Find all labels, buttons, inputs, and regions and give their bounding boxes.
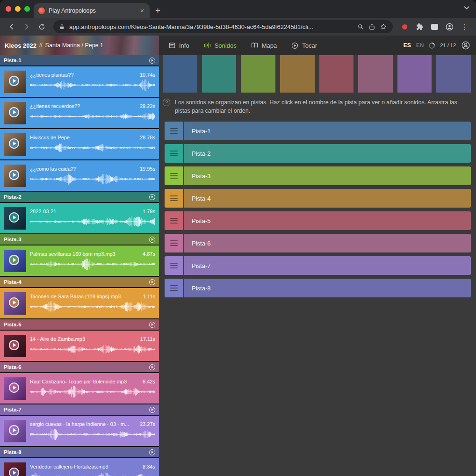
sound-thumbnail[interactable] <box>4 133 26 156</box>
forward-button[interactable] <box>20 20 34 34</box>
clip-swatch[interactable] <box>436 55 471 93</box>
sidebar-track-header[interactable]: Pista-3 <box>0 234 159 245</box>
track-row-bar[interactable]: Pista-7 <box>184 256 471 275</box>
sound-item[interactable]: Vendedor callejero Hortalizas.mp3 8.34s <box>0 458 159 476</box>
minimize-window-button[interactable] <box>15 6 21 12</box>
sound-item[interactable]: ¿¿como las cuida?? 19.95s <box>0 160 159 191</box>
breadcrumb-project[interactable]: Kleos 2022 <box>5 42 36 49</box>
track-row-bar[interactable]: Pista-1 <box>184 122 471 140</box>
track-play-icon[interactable] <box>149 364 155 370</box>
track-drag-handle[interactable] <box>165 189 183 208</box>
track-drag-handle[interactable] <box>165 122 183 140</box>
sound-item[interactable]: sergio cuevas - la harpe indienne - 03 -… <box>0 416 159 446</box>
track-row[interactable]: Pista-4 <box>165 189 471 208</box>
sound-item[interactable]: ¿¿tienes plantas?? 10.74s <box>0 66 159 97</box>
sound-play-icon[interactable] <box>9 255 19 265</box>
sound-item[interactable]: 2022-03-21 1.79s <box>0 203 159 233</box>
sound-thumbnail[interactable] <box>4 207 26 230</box>
sound-item[interactable]: Hiviscus de Pepe 28.78s <box>0 129 159 159</box>
sound-thumbnail[interactable] <box>4 420 26 442</box>
track-drag-handle[interactable] <box>165 279 183 297</box>
tab-close-icon[interactable]: × <box>139 7 145 14</box>
track-drag-handle[interactable] <box>165 166 183 185</box>
sound-thumbnail[interactable] <box>4 102 26 124</box>
nav-tab-mapa[interactable]: Mapa <box>251 42 277 49</box>
back-button[interactable] <box>5 20 19 34</box>
sound-thumbnail[interactable] <box>4 462 26 476</box>
sound-play-icon[interactable] <box>9 382 19 393</box>
reload-button[interactable] <box>35 20 49 34</box>
breadcrumb-session[interactable]: Santa Marina / Pepe 1 <box>45 42 103 49</box>
track-row[interactable]: Pista-7 <box>165 256 471 275</box>
clip-swatch[interactable] <box>241 55 275 93</box>
sidebar-track-header[interactable]: Pista-2 <box>0 192 159 202</box>
breadcrumb[interactable]: Kleos 2022 // Santa Marina / Pepe 1 <box>0 36 159 55</box>
clip-swatch[interactable] <box>163 55 197 93</box>
bookmark-star-icon[interactable] <box>380 23 387 30</box>
track-row-bar[interactable]: Pista-2 <box>184 144 471 163</box>
track-row[interactable]: Pista-5 <box>165 211 471 230</box>
track-row-bar[interactable]: Pista-4 <box>184 189 471 208</box>
sound-thumbnail[interactable] <box>4 165 26 187</box>
recording-extension-icon[interactable] <box>397 20 411 34</box>
track-row[interactable]: Pista-2 <box>165 144 471 163</box>
zoom-window-button[interactable] <box>24 6 30 12</box>
sound-thumbnail[interactable] <box>4 250 26 272</box>
sidebar-track-header[interactable]: Pista-8 <box>0 447 159 457</box>
track-drag-handle[interactable] <box>165 144 183 163</box>
sound-play-icon[interactable] <box>9 297 19 308</box>
account-icon[interactable] <box>461 41 470 50</box>
track-play-icon[interactable] <box>149 322 155 328</box>
sound-play-icon[interactable] <box>9 468 19 476</box>
track-play-icon[interactable] <box>149 58 155 64</box>
sidebar-track-header[interactable]: Pista-7 <box>0 404 159 415</box>
track-drag-handle[interactable] <box>165 211 183 230</box>
side-panel-icon[interactable] <box>427 20 441 34</box>
clip-swatch[interactable] <box>280 55 315 93</box>
lock-icon[interactable] <box>59 24 65 30</box>
browser-menu-kebab-icon[interactable]: ⋮ <box>457 20 471 34</box>
browser-tab[interactable]: Play Antropoloops × <box>34 3 150 18</box>
sound-item[interactable]: ¿¿tienes recuerdos?? 29.22s <box>0 98 159 128</box>
track-drag-handle[interactable] <box>165 256 183 275</box>
track-row[interactable]: Pista-1 <box>165 122 471 140</box>
share-icon[interactable] <box>368 23 375 30</box>
track-drag-handle[interactable] <box>165 234 183 252</box>
nav-tab-sonidos[interactable]: Sonidos <box>203 42 237 49</box>
browser-profile-avatar[interactable] <box>442 20 456 34</box>
sound-item[interactable]: Raul Cantizano- Toque por Solenoide.mp3 … <box>0 373 159 404</box>
sidebar-track-header[interactable]: Pista-4 <box>0 277 159 287</box>
track-play-icon[interactable] <box>149 449 155 455</box>
sound-thumbnail[interactable] <box>4 377 26 400</box>
sound-play-icon[interactable] <box>9 425 19 435</box>
sound-play-icon[interactable] <box>9 76 19 86</box>
lang-toggle-es[interactable]: ES <box>404 42 411 49</box>
extensions-puzzle-icon[interactable] <box>412 20 426 34</box>
track-row[interactable]: Pista-8 <box>165 279 471 297</box>
sound-item[interactable]: 14 - Aire de Zamba.mp3 17.11s <box>0 331 159 361</box>
clip-swatch[interactable] <box>319 55 354 93</box>
url-text[interactable]: app.antropoloops.com/Kleos-Santa-Marina/… <box>69 23 353 30</box>
sound-thumbnail[interactable] <box>4 292 26 315</box>
sound-play-icon[interactable] <box>9 138 19 149</box>
clip-swatch[interactable] <box>358 55 393 93</box>
zoom-icon[interactable] <box>357 23 364 30</box>
nav-tab-tocar[interactable]: Tocar <box>291 42 317 50</box>
tab-search-chevron-icon[interactable] <box>464 6 469 10</box>
sound-thumbnail[interactable] <box>4 71 26 93</box>
nav-tab-info[interactable]: Info <box>168 42 189 49</box>
track-play-icon[interactable] <box>149 237 155 243</box>
track-play-icon[interactable] <box>149 279 155 285</box>
sound-play-icon[interactable] <box>9 340 19 350</box>
track-row[interactable]: Pista-6 <box>165 234 471 252</box>
sound-play-icon[interactable] <box>9 107 19 117</box>
sound-play-icon[interactable] <box>9 170 19 180</box>
sidebar-track-header[interactable]: Pista-6 <box>0 362 159 372</box>
track-row-bar[interactable]: Pista-3 <box>184 166 471 185</box>
track-row-bar[interactable]: Pista-5 <box>184 211 471 230</box>
clip-swatch[interactable] <box>397 55 432 93</box>
sidebar-track-header[interactable]: Pista-1 <box>0 55 159 65</box>
track-row[interactable]: Pista-3 <box>165 166 471 185</box>
new-tab-button[interactable]: + <box>155 6 160 15</box>
clip-swatch[interactable] <box>202 55 237 93</box>
